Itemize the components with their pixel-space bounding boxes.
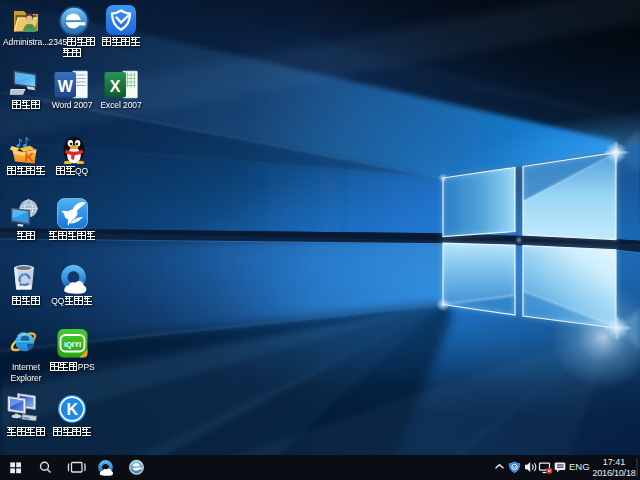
svg-text:W: W bbox=[58, 78, 74, 95]
svg-text:iQIYI: iQIYI bbox=[64, 340, 81, 349]
svg-text:K: K bbox=[24, 149, 35, 165]
svg-text:K: K bbox=[67, 401, 79, 418]
svg-text:X: X bbox=[110, 78, 121, 95]
